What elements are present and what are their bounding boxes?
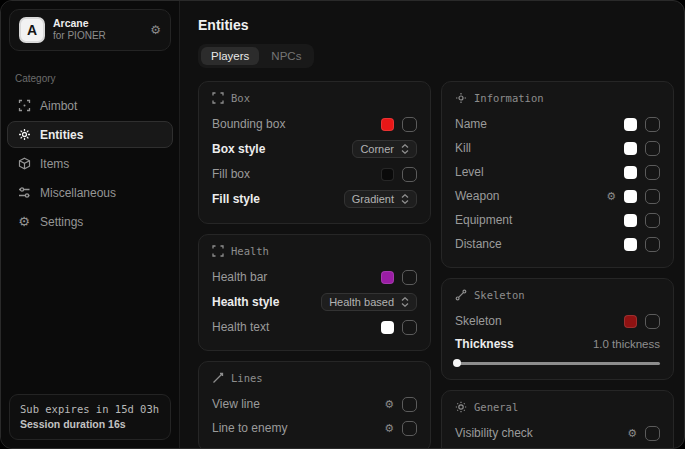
line-to-enemy-gear-icon[interactable]: ⚙ (384, 423, 394, 434)
color-swatch[interactable] (381, 168, 394, 181)
gear-icon: ⚙ (17, 215, 31, 229)
unfold-icon (401, 144, 409, 154)
fill-box-checkbox[interactable] (402, 167, 417, 182)
view-line-checkbox[interactable] (402, 397, 417, 412)
unfold-icon (401, 297, 409, 307)
sidebar-item-items[interactable]: Items (7, 150, 173, 177)
thickness-slider[interactable] (455, 358, 660, 368)
sidebar-item-entities[interactable]: Entities (7, 121, 173, 148)
lines-panel-header: Lines (212, 372, 417, 384)
bounding-box-checkbox[interactable] (402, 117, 417, 132)
setting-label: Health style (212, 295, 321, 309)
slider-track (455, 362, 660, 365)
setting-label: Name (455, 117, 624, 131)
sidebar: A Arcane for PIONER ⚙ Category Aimbot (1, 1, 180, 448)
sidebar-item-miscellaneous[interactable]: Miscellaneous (7, 179, 173, 206)
main-content: Entities Players NPCs Box Bounding box (180, 1, 684, 448)
sidebar-item-settings[interactable]: ⚙ Settings (7, 208, 173, 235)
view-line-gear-icon[interactable]: ⚙ (384, 399, 394, 410)
tab-players[interactable]: Players (201, 47, 259, 65)
weapon-checkbox[interactable] (645, 189, 660, 204)
color-swatch[interactable] (624, 118, 637, 131)
setting-label: Box style (212, 142, 352, 156)
setting-row: Distance (455, 232, 660, 256)
right-column: Information Name Kill (441, 81, 674, 448)
app-logo: A (19, 17, 45, 43)
visibility-check-gear-icon[interactable]: ⚙ (627, 428, 637, 439)
category-label: Category (15, 73, 165, 84)
lines-panel: Lines View line ⚙ Line to enemy ⚙ (198, 361, 431, 448)
subscription-card: Sub expires in 15d 03h Session duration … (9, 394, 171, 440)
box-style-dropdown[interactable]: Corner (352, 140, 417, 158)
brand-settings-gear-icon[interactable]: ⚙ (150, 24, 161, 36)
slider-thumb[interactable] (453, 359, 461, 367)
page-title: Entities (198, 17, 674, 33)
corner-brackets-icon (212, 245, 224, 257)
skeleton-panel: Skeleton Skeleton Thickness 1.0 thicknes… (441, 278, 674, 380)
visibility-check-checkbox[interactable] (645, 426, 660, 441)
skeleton-panel-header: Skeleton (455, 289, 660, 301)
health-text-checkbox[interactable] (402, 320, 417, 335)
setting-row: Health style Health based (212, 289, 417, 315)
info-scan-icon (455, 92, 467, 104)
health-bar-checkbox[interactable] (402, 270, 417, 285)
bone-icon (455, 289, 467, 301)
color-swatch[interactable] (624, 142, 637, 155)
equipment-checkbox[interactable] (645, 213, 660, 228)
setting-row: Fill box (212, 162, 417, 186)
brand-card: A Arcane for PIONER ⚙ (9, 9, 171, 51)
color-swatch[interactable] (381, 271, 394, 284)
dropdown-value: Health based (329, 296, 394, 308)
app-window: A Arcane for PIONER ⚙ Category Aimbot (0, 0, 685, 449)
box-panel-header: Box (212, 92, 417, 104)
health-panel-title: Health (231, 245, 269, 257)
setting-label: Level (455, 165, 624, 179)
color-swatch[interactable] (624, 315, 637, 328)
setting-label: Kill (455, 141, 624, 155)
fill-style-dropdown[interactable]: Gradient (344, 190, 417, 208)
setting-row: Kill (455, 136, 660, 160)
setting-row: Skeleton (455, 309, 660, 333)
setting-row: View line ⚙ (212, 392, 417, 416)
lines-panel-title: Lines (231, 372, 263, 384)
color-swatch[interactable] (381, 321, 394, 334)
color-swatch[interactable] (381, 118, 394, 131)
thickness-value: 1.0 thickness (593, 338, 660, 350)
entity-type-tabs: Players NPCs (198, 44, 314, 68)
health-panel-header: Health (212, 245, 417, 257)
line-to-enemy-checkbox[interactable] (402, 421, 417, 436)
setting-row: Box style Corner (212, 136, 417, 162)
package-icon (17, 157, 31, 171)
general-panel-header: General (455, 401, 660, 413)
app-subtitle: for PIONER (53, 30, 142, 43)
skeleton-checkbox[interactable] (645, 314, 660, 329)
left-column: Box Bounding box Box style Corner (198, 81, 431, 448)
skeleton-panel-title: Skeleton (474, 289, 525, 301)
sidebar-item-label: Miscellaneous (40, 186, 116, 200)
name-checkbox[interactable] (645, 117, 660, 132)
color-swatch[interactable] (624, 214, 637, 227)
setting-label: Distance (455, 237, 624, 251)
information-panel: Information Name Kill (441, 81, 674, 268)
sidebar-item-aimbot[interactable]: Aimbot (7, 92, 173, 119)
sun-icon (455, 401, 467, 413)
sliders-icon (17, 186, 31, 200)
corner-brackets-icon (212, 92, 224, 104)
panel-columns: Box Bounding box Box style Corner (198, 81, 674, 448)
setting-row: Fill style Gradient (212, 186, 417, 212)
dropdown-value: Corner (360, 143, 394, 155)
kill-checkbox[interactable] (645, 141, 660, 156)
color-swatch[interactable] (624, 190, 637, 203)
setting-label: Fill box (212, 167, 381, 181)
weapon-gear-icon[interactable]: ⚙ (606, 191, 616, 202)
distance-checkbox[interactable] (645, 237, 660, 252)
health-style-dropdown[interactable]: Health based (321, 293, 417, 311)
tab-npcs[interactable]: NPCs (261, 47, 311, 65)
color-swatch[interactable] (624, 238, 637, 251)
sidebar-item-label: Entities (40, 128, 83, 142)
level-checkbox[interactable] (645, 165, 660, 180)
setting-row: Thickness 1.0 thickness (455, 333, 660, 355)
color-swatch[interactable] (624, 166, 637, 179)
sub-expires-text: Sub expires in 15d 03h (20, 402, 160, 417)
general-panel: General Visibility check ⚙ Max distance … (441, 390, 674, 448)
